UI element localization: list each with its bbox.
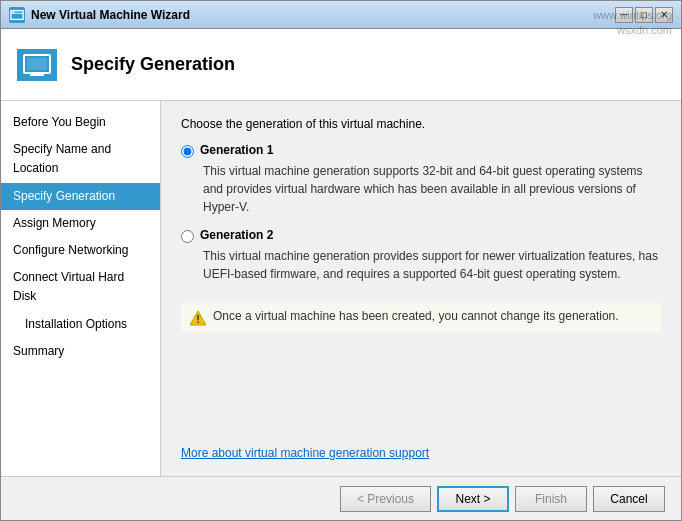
header-icon [17,49,57,81]
sidebar-item-hard-disk[interactable]: Connect Virtual Hard Disk [1,264,160,310]
sidebar: Before You Begin Specify Name and Locati… [1,101,161,476]
warning-text: Once a virtual machine has been created,… [213,309,619,323]
svg-rect-4 [27,58,47,70]
title-bar-icon [9,7,25,23]
next-button[interactable]: Next > [437,486,509,512]
gen1-description: This virtual machine generation supports… [203,162,661,216]
gen1-radio-option[interactable]: Generation 1 [181,143,661,158]
header-area: Specify Generation [1,29,681,101]
instruction-text: Choose the generation of this virtual ma… [181,117,661,131]
svg-rect-2 [13,11,15,13]
title-bar: New Virtual Machine Wizard ─ □ ✕ [1,1,681,29]
gen2-radio[interactable] [181,230,194,243]
sidebar-item-networking[interactable]: Configure Networking [1,237,160,264]
sidebar-item-summary[interactable]: Summary [1,338,160,365]
main-panel: Choose the generation of this virtual ma… [161,101,681,476]
sidebar-item-installation[interactable]: Installation Options [1,311,160,338]
footer-link: More about virtual machine generation su… [181,438,661,460]
svg-text:!: ! [196,313,200,325]
finish-button[interactable]: Finish [515,486,587,512]
sidebar-item-generation[interactable]: Specify Generation [1,183,160,210]
gen2-radio-option[interactable]: Generation 2 [181,228,661,243]
minimize-button[interactable]: ─ [615,7,633,23]
warning-box: ! Once a virtual machine has been create… [181,303,661,333]
previous-button[interactable]: < Previous [340,486,431,512]
cancel-button[interactable]: Cancel [593,486,665,512]
close-button[interactable]: ✕ [655,7,673,23]
title-bar-controls: ─ □ ✕ [615,7,673,23]
footer: < Previous Next > Finish Cancel [1,476,681,520]
warning-icon: ! [189,309,207,327]
sidebar-item-before-you-begin[interactable]: Before You Begin [1,109,160,136]
gen1-radio[interactable] [181,145,194,158]
gen2-label[interactable]: Generation 2 [200,228,273,242]
page-title: Specify Generation [71,54,235,75]
more-info-link[interactable]: More about virtual machine generation su… [181,446,429,460]
wizard-window: New Virtual Machine Wizard ─ □ ✕ Specify… [0,0,682,521]
sidebar-item-name-location[interactable]: Specify Name and Location [1,136,160,182]
window-title: New Virtual Machine Wizard [31,8,615,22]
content-area: Before You Begin Specify Name and Locati… [1,101,681,476]
sidebar-item-memory[interactable]: Assign Memory [1,210,160,237]
gen2-description: This virtual machine generation provides… [203,247,661,283]
gen1-label[interactable]: Generation 1 [200,143,273,157]
maximize-button[interactable]: □ [635,7,653,23]
